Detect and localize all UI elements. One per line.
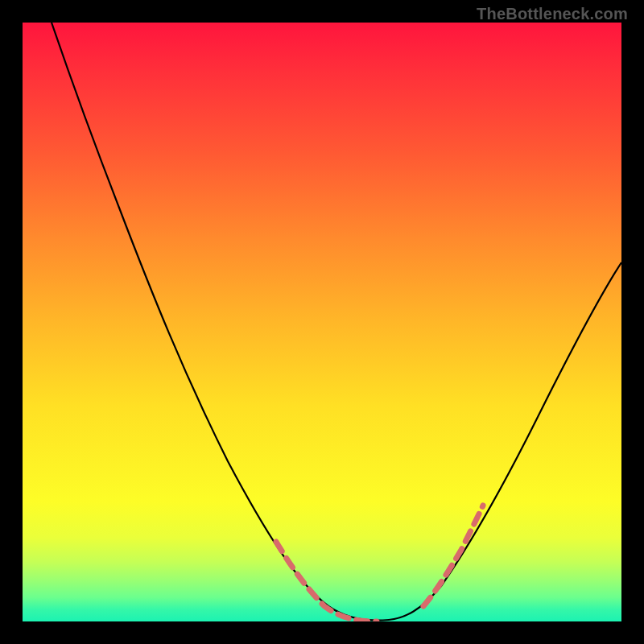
attribution-text: TheBottleneck.com [477,5,628,23]
right-dash-path [423,506,483,606]
bottleneck-curve [23,23,621,621]
plot-area [23,23,621,621]
left-dash-path [276,542,377,621]
curve-path [52,23,621,621]
